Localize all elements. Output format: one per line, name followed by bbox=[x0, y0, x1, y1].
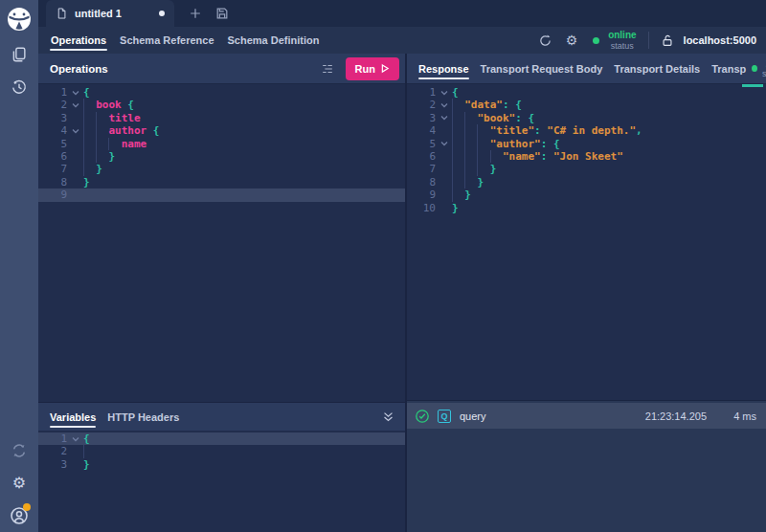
document-tab-strip: Operations Schema Reference Schema Defin… bbox=[38, 27, 766, 54]
code-text bbox=[83, 445, 405, 457]
operations-editor[interactable]: 1{2book {3title4author {5name6}7}8}9 bbox=[38, 84, 405, 402]
code-text: "name": "Jon Skeet" bbox=[452, 150, 766, 163]
query-icon: Q bbox=[438, 410, 451, 423]
line-number: 9 bbox=[38, 188, 67, 201]
code-line: 10} bbox=[407, 202, 766, 214]
documents-icon[interactable] bbox=[0, 38, 38, 71]
line-number: 8 bbox=[407, 176, 436, 188]
line-number: 1 bbox=[38, 432, 67, 445]
code-text: } bbox=[83, 163, 405, 175]
line-number: 3 bbox=[407, 112, 436, 124]
fold-chevron-icon[interactable] bbox=[436, 112, 452, 124]
code-text: "title": "C# in depth.", bbox=[452, 124, 766, 137]
fold-spacer bbox=[67, 176, 83, 188]
code-line: 5name bbox=[38, 138, 405, 150]
gear-icon: ⚙ bbox=[566, 33, 578, 47]
fold-spacer bbox=[436, 202, 452, 214]
history-icon[interactable] bbox=[0, 71, 38, 103]
fold-chevron-icon[interactable] bbox=[436, 138, 452, 150]
tab-transport-details[interactable]: Transport Details bbox=[614, 54, 700, 83]
line-number: 7 bbox=[407, 163, 436, 175]
fold-chevron-icon[interactable] bbox=[67, 86, 83, 99]
plus-icon bbox=[189, 7, 202, 20]
tab-transport-truncated[interactable]: Transp bbox=[711, 54, 746, 83]
code-text: "author": { bbox=[452, 138, 766, 150]
log-kind-label: query bbox=[460, 410, 486, 422]
fold-chevron-icon[interactable] bbox=[436, 99, 452, 111]
code-text: } bbox=[452, 163, 766, 175]
connection-status: online status bbox=[608, 30, 636, 51]
code-text: book { bbox=[83, 99, 405, 111]
settings-icon[interactable]: ⚙ bbox=[0, 467, 38, 499]
variables-editor[interactable]: 1{23} bbox=[38, 431, 405, 532]
tab-http-headers[interactable]: HTTP Headers bbox=[107, 403, 179, 431]
code-text: } bbox=[83, 458, 405, 471]
prettify-button[interactable] bbox=[317, 58, 338, 79]
line-number: 10 bbox=[407, 202, 436, 214]
tab-variables[interactable]: Variables bbox=[50, 403, 96, 431]
overview-ruler-mark bbox=[742, 84, 763, 87]
line-number: 7 bbox=[38, 163, 67, 175]
status-caption: status bbox=[611, 41, 634, 51]
profile-icon[interactable] bbox=[0, 499, 38, 532]
code-line: 1{ bbox=[38, 432, 405, 445]
response-editor[interactable]: 1{2"data": {3"book": {4"title": "C# in d… bbox=[407, 84, 766, 400]
operations-panel-title: Operations bbox=[50, 63, 108, 75]
tab-schema-definition[interactable]: Schema Definition bbox=[227, 27, 321, 54]
tab-transport-request-body[interactable]: Transport Request Body bbox=[481, 54, 603, 83]
banana-cake-pop-logo-icon bbox=[7, 7, 32, 32]
code-text: "data": { bbox=[452, 99, 766, 111]
log-entry[interactable]: Q query 21:23:14.205 4 ms bbox=[407, 403, 766, 429]
fold-chevron-icon[interactable] bbox=[436, 86, 452, 99]
unlock-icon[interactable] bbox=[661, 33, 674, 48]
line-number: 3 bbox=[38, 112, 67, 124]
document-tab[interactable]: untitled 1 bbox=[46, 0, 174, 27]
notification-badge bbox=[23, 503, 31, 511]
collapse-button[interactable] bbox=[381, 403, 405, 431]
app-logo[interactable] bbox=[0, 0, 38, 38]
code-line: 8} bbox=[38, 176, 405, 188]
line-number: 1 bbox=[407, 86, 436, 99]
code-text: title bbox=[83, 112, 405, 124]
new-tab-button[interactable] bbox=[182, 0, 209, 27]
host-label: localhost:5000 bbox=[684, 34, 756, 46]
fold-spacer bbox=[436, 150, 452, 163]
code-line: 7} bbox=[407, 163, 766, 175]
code-line: 9 bbox=[38, 188, 405, 201]
line-number: 2 bbox=[407, 99, 436, 111]
code-text: } bbox=[452, 202, 766, 214]
sidebar: ⚙ bbox=[0, 0, 38, 532]
code-line: 4"title": "C# in depth.", bbox=[407, 124, 766, 137]
line-number: 4 bbox=[407, 124, 436, 137]
tab-operations[interactable]: Operations bbox=[50, 27, 107, 54]
refresh-icon bbox=[538, 33, 552, 48]
fold-chevron-icon[interactable] bbox=[67, 432, 83, 445]
line-number: 1 bbox=[38, 86, 67, 99]
code-line: 5"author": { bbox=[407, 138, 766, 150]
code-line: 8} bbox=[407, 176, 766, 188]
chevron-double-down-icon bbox=[381, 410, 395, 424]
line-number: 5 bbox=[407, 138, 436, 150]
run-button[interactable]: Run bbox=[346, 57, 399, 80]
tab-schema-reference[interactable]: Schema Reference bbox=[119, 27, 214, 54]
line-number: 6 bbox=[407, 150, 436, 163]
fold-chevron-icon[interactable] bbox=[67, 124, 83, 137]
sync-icon[interactable] bbox=[0, 434, 38, 467]
response-stats: 200 status 4 ms duration 72 B size bbox=[746, 54, 766, 83]
line-number: 5 bbox=[38, 138, 67, 150]
fold-chevron-icon[interactable] bbox=[67, 99, 83, 111]
operations-panel-header: Operations Run bbox=[38, 54, 405, 84]
status-online-label: online bbox=[608, 30, 636, 41]
fold-spacer bbox=[436, 163, 452, 175]
refresh-button[interactable] bbox=[533, 29, 556, 52]
save-button[interactable] bbox=[209, 0, 236, 27]
play-icon bbox=[381, 63, 390, 74]
tab-response[interactable]: Response bbox=[418, 54, 469, 83]
code-text: } bbox=[83, 176, 405, 188]
divider bbox=[648, 32, 649, 49]
fold-spacer bbox=[67, 150, 83, 163]
code-line: 2book { bbox=[38, 99, 405, 111]
code-text: author { bbox=[83, 124, 405, 137]
prettify-icon bbox=[321, 62, 334, 76]
connection-settings-button[interactable]: ⚙ bbox=[560, 29, 583, 52]
